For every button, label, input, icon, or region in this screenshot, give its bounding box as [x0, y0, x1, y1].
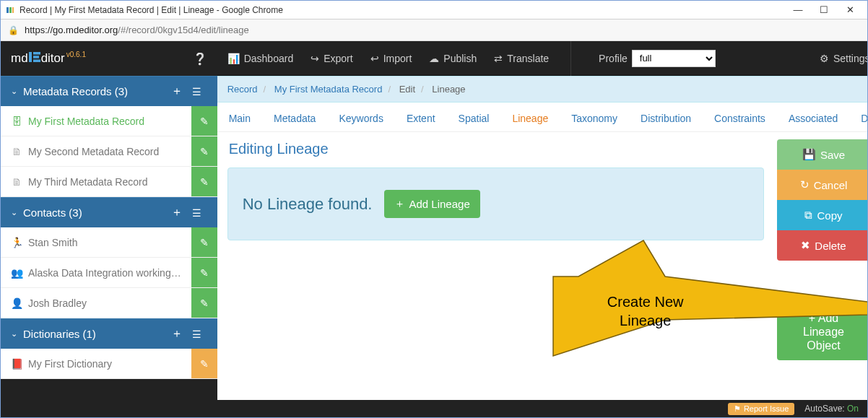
sidebar-item-contact[interactable]: 🏃Stan Smith ✎ [1, 227, 217, 258]
nav-translate[interactable]: ⇄Translate [494, 53, 549, 64]
edit-dictionary-button[interactable]: ✎ [191, 349, 217, 378]
profile-select[interactable]: full [632, 50, 716, 67]
delete-icon: ✖ [801, 239, 810, 252]
group-icon: 👥 [11, 267, 22, 279]
edit-contact-button[interactable]: ✎ [191, 258, 217, 287]
edit-contact-button[interactable]: ✎ [191, 288, 217, 318]
nav-settings[interactable]: ⚙Settings [820, 53, 868, 64]
browser-titlebar: Record | My First Metadata Record | Edit… [1, 1, 867, 19]
add-lineage-button[interactable]: ＋ Add Lineage [384, 190, 480, 218]
file-icon: 🗎 [11, 176, 22, 188]
crumb-record[interactable]: Record [227, 84, 258, 95]
content: Editing Lineage No Lineage found. ＋ Add … [217, 132, 868, 400]
browser-addressbar[interactable]: 🔒 https://go.mdeditor.org/#/record/0kgv1… [1, 19, 867, 41]
sidebar-item-contact[interactable]: 👤Josh Bradley ✎ [1, 288, 217, 318]
sidebar-item-record[interactable]: 🗄My First Metadata Record ✎ [1, 106, 217, 136]
callout-text: Create NewLineage [584, 292, 707, 330]
svg-rect-1 [9, 7, 12, 13]
close-button[interactable]: ✕ [837, 4, 863, 15]
sidebar-fill [1, 379, 217, 400]
tab-metadata[interactable]: Metadata [274, 113, 316, 124]
sidebar-section-contacts[interactable]: ⌄ Contacts (3) ＋ ☰ [1, 197, 217, 227]
translate-icon: ⇄ [494, 53, 503, 64]
url-path: /#/record/0kgv15d4/edit/lineage [118, 25, 248, 35]
tab-spatial[interactable]: Spatial [459, 113, 490, 124]
tab-taxonomy[interactable]: Taxonomy [571, 113, 617, 124]
copy-icon: ⧉ [804, 209, 812, 222]
import-icon: ↩ [370, 53, 379, 64]
chevron-down-icon: ⌄ [11, 87, 17, 96]
minimize-button[interactable]: — [785, 4, 811, 15]
tab-constraints[interactable]: Constraints [714, 113, 765, 124]
edit-record-button[interactable]: ✎ [191, 167, 217, 196]
lock-icon: 🔒 [8, 25, 19, 35]
sidebar-item-record[interactable]: 🗎My Second Metadata Record ✎ [1, 136, 217, 167]
chevron-down-icon: ⌄ [11, 329, 17, 339]
bug-icon: ⚑ [734, 404, 741, 414]
svg-rect-4 [33, 52, 40, 55]
database-icon: 🗄 [11, 116, 22, 127]
add-dictionary-button[interactable]: ＋ [167, 326, 187, 341]
brand-logo-icon [28, 51, 41, 66]
breadcrumb: Record/ My First Metadata Record/ Edit/ … [217, 76, 868, 103]
version-badge: v0.6.1 [66, 51, 86, 58]
list-icon[interactable]: ☰ [187, 207, 207, 219]
publish-icon: ☁ [429, 53, 439, 64]
main: 📊Dashboard ↪Export ↩Import ☁Publish ⇄Tra… [217, 41, 868, 400]
edit-record-button[interactable]: ✎ [191, 136, 217, 166]
nav-export[interactable]: ↪Export [311, 53, 352, 64]
maximize-button[interactable]: ☐ [811, 4, 837, 15]
divider [570, 41, 571, 76]
cancel-button[interactable]: ↻Cancel [777, 170, 868, 200]
chevron-down-icon: ⌄ [11, 208, 17, 217]
tab-extent[interactable]: Extent [407, 113, 435, 124]
nav-publish[interactable]: ☁Publish [429, 53, 477, 64]
url-host: https://go.mdeditor.org [25, 25, 118, 35]
nav-dashboard[interactable]: 📊Dashboard [227, 53, 294, 64]
tab-main[interactable]: Main [229, 113, 251, 124]
sidebar-item-contact[interactable]: 👥Alaska Data Integration working… ✎ [1, 258, 217, 288]
tabs: Main Metadata Keywords Extent Spatial Li… [217, 103, 868, 132]
svg-rect-6 [33, 59, 40, 62]
gear-icon: ⚙ [820, 53, 829, 64]
add-lineage-object-button[interactable]: + Add Lineage Object [777, 304, 868, 360]
copy-button[interactable]: ⧉Copy [777, 200, 868, 230]
list-icon[interactable]: ☰ [187, 328, 207, 340]
nav-import[interactable]: ↩Import [370, 53, 412, 64]
sidebar-item-dictionary[interactable]: 📕My First Dictionary ✎ [1, 349, 217, 379]
crumb-lineage: Lineage [432, 84, 465, 95]
save-button[interactable]: 💾Save [777, 139, 868, 170]
plus-icon: ＋ [394, 197, 405, 211]
sidebar-item-record[interactable]: 🗎My Third Metadata Record ✎ [1, 167, 217, 197]
sidebar-section-dictionaries[interactable]: ⌄ Dictionaries (1) ＋ ☰ [1, 318, 217, 349]
dashboard-icon: 📊 [227, 53, 240, 64]
tab-associated[interactable]: Associated [789, 113, 838, 124]
save-icon: 💾 [802, 148, 816, 161]
tab-distribution[interactable]: Distribution [641, 113, 691, 124]
crumb-title[interactable]: My First Metadata Record [274, 84, 383, 95]
brand: md ditor v0.6.1 ❔ [1, 41, 217, 76]
edit-record-button[interactable]: ✎ [191, 106, 217, 136]
person-icon: 👤 [11, 297, 22, 309]
page-title: Editing Lineage [229, 141, 765, 157]
empty-panel: No Lineage found. ＋ Add Lineage [227, 167, 765, 240]
sidebar: md ditor v0.6.1 ❔ ⌄ Metadata Records (3)… [1, 41, 217, 400]
add-record-button[interactable]: ＋ [167, 84, 187, 99]
help-icon[interactable]: ❔ [193, 52, 207, 66]
profile: Profile full [593, 50, 716, 67]
svg-rect-0 [6, 7, 9, 13]
browser-title: Record | My First Metadata Record | Edit… [19, 5, 785, 15]
tab-more[interactable]: D [861, 113, 868, 124]
tab-lineage[interactable]: Lineage [512, 113, 548, 124]
report-issue-button[interactable]: ⚑Report Issue [728, 403, 794, 415]
sidebar-section-records[interactable]: ⌄ Metadata Records (3) ＋ ☰ [1, 76, 217, 106]
svg-rect-2 [12, 7, 14, 13]
add-contact-button[interactable]: ＋ [167, 205, 187, 220]
edit-contact-button[interactable]: ✎ [191, 227, 217, 257]
tab-keywords[interactable]: Keywords [339, 113, 383, 124]
delete-button[interactable]: ✖Delete [777, 230, 868, 261]
autosave-status: AutoSave: On [804, 404, 859, 414]
topnav: 📊Dashboard ↪Export ↩Import ☁Publish ⇄Tra… [217, 41, 868, 76]
list-icon[interactable]: ☰ [187, 86, 207, 97]
svg-rect-3 [29, 52, 32, 62]
